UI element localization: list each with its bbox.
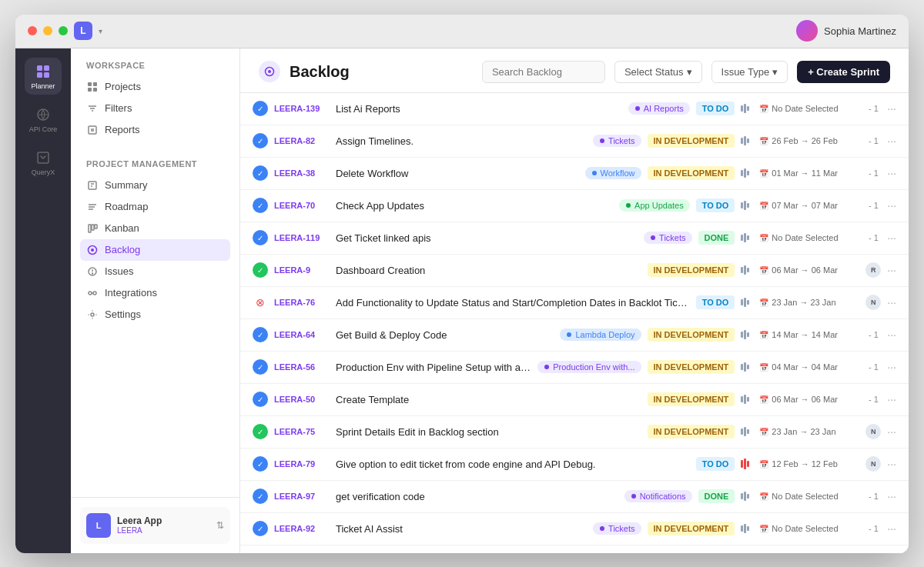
- chart-icon: [741, 136, 753, 145]
- sidebar-item-roadmap[interactable]: Roadmap: [80, 196, 230, 218]
- table-row[interactable]: ✓ LEERA-79 Give option to edit ticket fr…: [240, 449, 909, 481]
- sidebar-item-projects[interactable]: Projects: [80, 76, 230, 98]
- sidebar-item-settings[interactable]: Settings: [80, 304, 230, 325]
- sidebar-item-reports[interactable]: Reports: [80, 119, 230, 141]
- issue-type-button[interactable]: Issue Type ▾: [711, 61, 788, 83]
- row-id[interactable]: LEERA-38: [274, 168, 330, 178]
- more-options-icon[interactable]: ···: [887, 425, 896, 438]
- more-options-icon[interactable]: ···: [887, 167, 896, 179]
- svg-point-35: [592, 171, 597, 175]
- row-date: 📅 23 Jan → 23 Jan: [759, 298, 859, 307]
- status-badge: IN DEVELOPMENT: [648, 263, 735, 277]
- workspace-sub: LEERA: [117, 526, 210, 535]
- sidebar-icon-queryx[interactable]: QueryX: [25, 144, 62, 181]
- row-id[interactable]: LEERA-75: [274, 427, 330, 436]
- more-options-icon[interactable]: ···: [887, 199, 896, 212]
- row-id[interactable]: LEERA-119: [274, 233, 330, 242]
- table-row[interactable]: ✓ LEERA-38 Delete Workflow Workflow IN D…: [240, 158, 909, 190]
- close-button[interactable]: [28, 26, 37, 35]
- svg-point-38: [567, 332, 571, 337]
- more-options-icon[interactable]: ···: [887, 102, 896, 115]
- sidebar-item-issues[interactable]: Issues: [80, 261, 230, 282]
- search-input[interactable]: [482, 61, 605, 83]
- workspace-badge: L: [74, 22, 92, 40]
- row-num: - 1: [865, 524, 881, 533]
- calendar-icon: 📅: [759, 169, 768, 178]
- row-id[interactable]: LEERA-76: [274, 298, 330, 307]
- more-options-icon[interactable]: ···: [887, 232, 896, 244]
- sidebar-icon-planner[interactable]: Planner: [25, 58, 62, 95]
- row-date: 📅 06 Mar → 06 Mar: [759, 395, 859, 404]
- workspace-title: Workspace: [80, 61, 230, 76]
- row-num: - 1: [865, 201, 881, 210]
- table-row[interactable]: ✓ LEERA-56 Production Env with Pipeline …: [240, 352, 909, 384]
- check-done-icon: ✓: [253, 230, 268, 245]
- more-options-icon[interactable]: ···: [887, 361, 896, 373]
- table-row[interactable]: ✓ LEERA-92 Ticket AI Assist Tickets IN D…: [240, 513, 909, 545]
- minimize-button[interactable]: [43, 26, 52, 35]
- sidebar-item-backlog[interactable]: Backlog: [80, 239, 230, 261]
- table-row[interactable]: ✓ LEERA-70 Check App Updates App Updates…: [240, 190, 909, 222]
- row-id[interactable]: LEERA-139: [274, 104, 330, 113]
- row-tag: Workflow: [585, 167, 641, 179]
- row-tag: Tickets: [644, 232, 691, 244]
- row-num: - 1: [865, 330, 881, 339]
- row-date: 📅 26 Feb → 26 Feb: [759, 136, 859, 145]
- svg-point-28: [93, 292, 96, 295]
- row-id[interactable]: LEERA-9: [274, 265, 330, 275]
- select-status-button[interactable]: Select Status ▾: [614, 61, 702, 83]
- row-tag: Production Env with...: [537, 361, 641, 373]
- apicore-icon: [34, 105, 52, 124]
- more-options-icon[interactable]: ···: [887, 296, 896, 309]
- more-options-icon[interactable]: ···: [887, 135, 896, 147]
- row-tag: AI Reports: [628, 102, 690, 115]
- row-date: 📅 No Date Selected: [759, 492, 859, 501]
- table-row[interactable]: ✓ LEERA-64 Get Build & Deploy Code Lambd…: [240, 319, 909, 352]
- backlog-list: ✓ LEERA-139 List Ai Reports AI Reports T…: [240, 93, 909, 553]
- table-row[interactable]: ✓ LEERA-9 Dashboard Creation IN DEVELOPM…: [240, 255, 909, 287]
- more-options-icon[interactable]: ···: [887, 522, 896, 535]
- roadmap-icon: [86, 201, 99, 213]
- sidebar-item-integrations[interactable]: Integrations: [80, 282, 230, 304]
- row-avatar: R: [865, 262, 881, 278]
- status-badge: IN DEVELOPMENT: [648, 425, 735, 439]
- sidebar-icon-apicore[interactable]: API Core: [25, 101, 62, 138]
- svg-point-37: [651, 235, 655, 240]
- row-id[interactable]: LEERA-70: [274, 201, 330, 210]
- row-id[interactable]: LEERA-79: [274, 459, 330, 469]
- row-id[interactable]: LEERA-92: [274, 524, 330, 533]
- more-options-icon[interactable]: ···: [887, 393, 896, 405]
- table-row[interactable]: ✓ LEERA-82 Assign Timelines. Tickets IN …: [240, 125, 909, 158]
- more-options-icon[interactable]: ···: [887, 490, 896, 502]
- chart-icon: [741, 459, 753, 469]
- table-row[interactable]: ✓ LEERA-75 Sprint Details Edit in Backlo…: [240, 416, 909, 449]
- calendar-icon: 📅: [759, 428, 768, 436]
- row-id[interactable]: LEERA-97: [274, 492, 330, 501]
- svg-point-34: [600, 138, 604, 143]
- user-name-label: Sophia Martinez: [824, 25, 896, 37]
- sidebar-item-filters[interactable]: Filters: [80, 98, 230, 119]
- more-options-icon[interactable]: ···: [887, 264, 896, 276]
- table-row[interactable]: ✓ LEERA-97 get verification code Notific…: [240, 481, 909, 513]
- table-row[interactable]: ✓ LEERA-50 Create Template IN DEVELOPMEN…: [240, 384, 909, 416]
- row-id[interactable]: LEERA-82: [274, 136, 330, 145]
- check-red-icon: ⊗: [253, 295, 268, 310]
- sidebar-item-kanban[interactable]: Kanban: [80, 218, 230, 239]
- table-row[interactable]: ✓ LEERA-139 List Ai Reports AI Reports T…: [240, 93, 909, 125]
- svg-point-32: [268, 70, 271, 73]
- more-options-icon[interactable]: ···: [887, 329, 896, 341]
- row-id[interactable]: LEERA-50: [274, 395, 330, 404]
- table-row[interactable]: ✓ LEERA-119 Get Ticket linked apis Ticke…: [240, 222, 909, 255]
- fullscreen-button[interactable]: [59, 26, 68, 35]
- more-options-icon[interactable]: ···: [887, 458, 896, 470]
- table-row[interactable]: ⊗ LEERA-76 Add Functionality to Update S…: [240, 287, 909, 319]
- table-row[interactable]: ✓ LEERA-91 Get Skill Suggestions Tickets…: [240, 545, 909, 553]
- sidebar-item-summary[interactable]: Summary: [80, 175, 230, 196]
- row-id[interactable]: LEERA-56: [274, 362, 330, 372]
- chart-icon: [741, 201, 753, 210]
- workspace-card[interactable]: L Leera App LEERA ⇅: [80, 507, 230, 544]
- integrations-icon: [86, 287, 99, 299]
- create-sprint-button[interactable]: + Create Sprint: [797, 61, 890, 83]
- row-id[interactable]: LEERA-64: [274, 330, 330, 339]
- titlebar-user: Sophia Martinez: [796, 20, 896, 42]
